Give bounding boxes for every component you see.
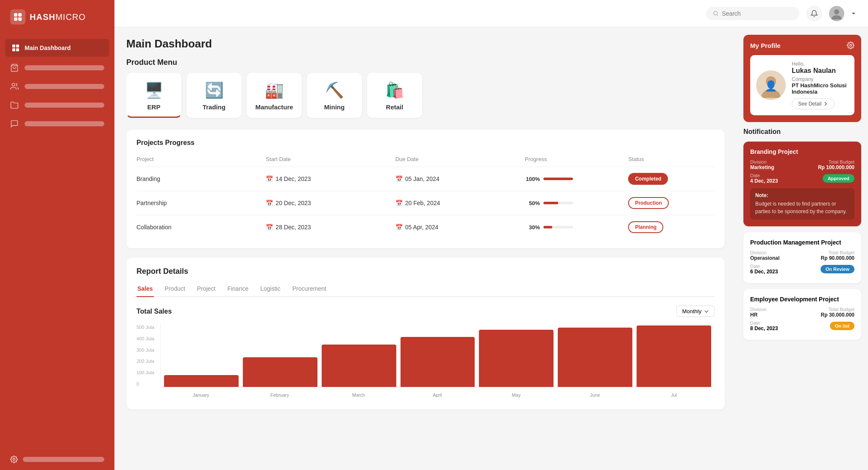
x-label-mar: March [321,392,396,398]
notif-budget-1: Rp 90.000.000 [821,255,854,261]
due-date-1: 📅 20 Feb, 2024 [395,200,525,206]
bar-jan [164,375,239,387]
notif-division-label: Division [750,250,779,255]
status-badge-2: On list [830,322,854,330]
chart-filter-label: Monthly [682,308,701,314]
sidebar-item-people[interactable] [0,77,114,96]
x-label-jul: Jul [637,392,711,398]
notif-division-label: Division [750,307,767,312]
profile-company-label: Company [792,76,849,82]
sidebar-item-folder[interactable] [0,96,114,114]
settings-icon[interactable] [847,42,854,49]
nav-item-label [25,121,104,126]
svg-point-9 [12,83,15,86]
chart-filter[interactable]: Monthly [676,306,715,317]
content-area: Main Dashboard Product Menu 🖥️ ERP 🔄 Tra… [114,27,868,470]
note-label: Note: [755,192,849,198]
cal-icon: 📅 [266,175,273,182]
notification-button[interactable] [806,6,822,22]
product-card-mining[interactable]: ⛏️ Mining [307,73,362,118]
mining-icon: ⛏️ [325,81,344,99]
product-card-erp[interactable]: 🖥️ ERP [126,73,181,118]
notif-budget-label: Total Budget [818,159,854,164]
notif-date-1: 6 Dec, 2023 [750,269,778,275]
due-date-0: 📅 05 Jan, 2024 [395,175,525,182]
topbar [114,0,868,27]
sidebar-nav: Main Dashboard [0,34,114,449]
y-label: 500 Juta [136,325,154,330]
sidebar-item-chat[interactable] [0,114,114,133]
x-label-apr: April [400,392,475,398]
see-detail-label: See Detail [798,101,821,107]
product-card-trading[interactable]: 🔄 Trading [186,73,242,118]
sidebar-logo: HASHMICRO [0,0,114,34]
product-menu-title: Product Menu [126,58,725,67]
notification-card-0: Branding Project Division Marketing Tota… [743,142,861,226]
status-0: Completed [628,173,715,185]
tab-logistic[interactable]: Logistic [259,283,281,297]
bag-icon [10,64,19,72]
search-box[interactable] [706,7,799,20]
sidebar-item-main-dashboard[interactable]: Main Dashboard [5,39,109,57]
erp-icon: 🖥️ [145,81,164,99]
see-detail-button[interactable]: See Detail [792,98,835,109]
due-date-2: 📅 05 Apr, 2024 [395,224,525,231]
svg-line-12 [717,14,718,15]
product-card-retail[interactable]: 🛍️ Retail [367,73,422,118]
notif-date-label: Date [750,173,778,178]
svg-text:👤: 👤 [765,80,777,92]
settings-icon[interactable] [10,456,18,463]
status-badge-completed: Completed [628,173,668,185]
bar-may [479,330,554,387]
svg-rect-1 [18,13,22,17]
report-tabs: Sales Product Project Finance Logistic P… [136,283,715,297]
tab-project[interactable]: Project [196,283,217,297]
logo-icon [10,9,25,25]
svg-rect-6 [12,48,15,51]
notif-date-2: 8 Dec, 2023 [750,325,778,331]
svg-rect-0 [14,13,17,17]
y-axis: 500 Juta 400 Juta 300 Juta 200 Juta 100 … [136,324,154,387]
svg-rect-4 [12,44,15,47]
status-2: Planning [628,221,715,233]
x-axis-labels: January February March April May June Ju… [160,387,715,398]
notif-budget-0: Rp 100.000.000 [818,164,854,170]
chat-icon [10,120,19,128]
sidebar-footer [0,449,114,470]
sidebar-item-bag[interactable] [0,58,114,77]
main-area: Main Dashboard Product Menu 🖥️ ERP 🔄 Tra… [114,0,868,470]
notif-division-0: Marketing [750,164,774,170]
status-badge-planning: Planning [628,221,663,233]
chevron-down-icon [851,11,856,16]
center-panel: Main Dashboard Product Menu 🖥️ ERP 🔄 Tra… [114,27,737,470]
tab-finance[interactable]: Finance [226,283,249,297]
retail-icon: 🛍️ [385,81,404,99]
note-text: Budget is needed to find partners or par… [755,200,849,215]
start-date-2: 📅 28 Dec, 2023 [266,224,395,231]
cal-icon: 📅 [395,175,403,182]
search-input[interactable] [722,10,793,17]
tab-procurement[interactable]: Procurement [292,283,327,297]
tab-sales[interactable]: Sales [136,283,154,297]
progress-2: 30% [525,224,628,231]
profile-body: 👤 Hello, Lukas Naulan Company PT HashMic… [750,55,854,115]
notif-budget-2: Rp 30.000.000 [821,312,854,318]
manufacture-icon: 🏭 [265,81,284,99]
dashboard-icon [12,44,19,52]
tab-product[interactable]: Product [164,283,186,297]
start-date-1: 📅 20 Dec, 2023 [266,200,395,206]
chart-header: Total Sales Monthly [136,306,715,317]
table-row: Branding 📅 14 Dec, 2023 📅 05 Jan, 2024 1… [136,167,715,191]
svg-rect-7 [16,48,19,51]
product-name-manufacture: Manufacture [255,103,293,111]
page-title: Main Dashboard [126,37,725,50]
notif-date-label: Date [750,264,778,269]
notif-budget-label: Total Budget [821,307,854,312]
user-avatar[interactable] [829,6,844,21]
chevron-right-icon [823,101,828,106]
product-card-manufacture[interactable]: 🏭 Manufacture [247,73,302,118]
notif-division-label: Division [750,159,774,164]
nav-item-label [25,103,104,108]
search-icon [713,10,718,17]
profile-card: My Profile 👤 [743,35,861,122]
